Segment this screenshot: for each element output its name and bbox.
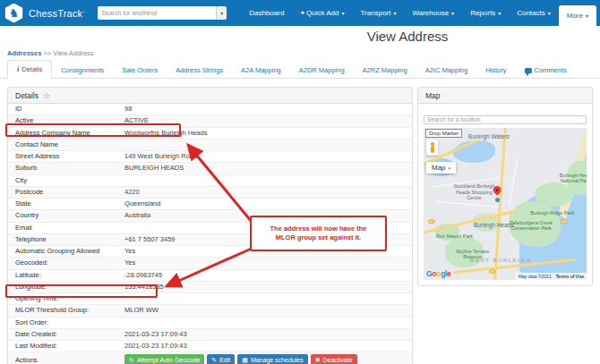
caret-down-icon: ▾ [498,10,501,16]
tab-bar: iDetailsConsignmentsSale OrdersAddress S… [0,59,600,79]
details-row-postcode: Postcode4220 [8,186,412,198]
row-label: MLOR Threshold Group: [8,305,117,317]
row-label: ID [8,104,117,115]
row-label: Country [8,210,117,222]
tab-label: Sale Orders [122,66,158,74]
manage-schedules-button[interactable]: ▦Manage schedules [237,354,307,364]
map-panel-body: Drop Marker Map▾ Burleigh WatersStocklan… [418,104,592,285]
tab-a2dr-mapping[interactable]: A2DR Mapping [290,62,354,79]
breadcrumb-link-addresses[interactable]: Addresses [7,49,41,57]
tab-address-strings[interactable]: Address Strings [167,62,232,79]
brand-suffix: · [82,8,85,16]
tab-a2ic-mapping[interactable]: A2IC Mapping [416,62,477,79]
button-label: Manage schedules [251,357,304,363]
map-search-input[interactable] [424,115,587,124]
nav-item-transport[interactable]: Transport▾ [353,0,405,26]
tab-label: A2DR Mapping [299,66,345,74]
terms-of-use-link[interactable]: Terms of Use [556,274,584,279]
nav-item-label: More [567,12,583,20]
tab-history[interactable]: History [476,62,515,79]
deactivate-button[interactable]: ✖Deactivate [311,354,357,364]
map-attribution: Map data ©2021 Terms of Use [516,273,587,280]
tab-label: A2IC Mapping [425,66,468,74]
row-label: Opening Time: [8,293,117,305]
edit-button[interactable]: ✎Edit [207,354,235,364]
row-value: BURLEIGH HEADS [117,163,412,174]
row-value: 4220 [117,186,412,198]
pegman-control[interactable] [426,140,438,156]
caret-down-icon: ▾ [220,11,223,16]
caret-down-icon: ▾ [451,10,454,16]
annotation-line-1: The address will now have the [252,224,385,233]
attempt-auto-geocode-button[interactable]: ↻Attempt Auto Geocode [124,354,204,364]
map-type-button[interactable]: Map▾ [426,162,456,174]
row-value: MLOR WW [117,305,412,317]
chesstrack-logo[interactable]: ♞ [4,4,23,23]
nav-item-label: Reports [470,9,495,17]
search-dropdown-button[interactable]: ▾ [216,6,227,20]
tab-label: A2RZ Mapping [363,66,407,74]
details-row-street-address: Street Address149 West Burleigh Road [8,151,412,163]
breadcrumb-separator: >> [43,49,51,57]
nav-item-warehouse[interactable]: Warehouse▾ [404,0,462,26]
details-row-mlor-threshold-group: MLOR Threshold Group:MLOR WW [8,305,412,317]
pegman-icon [430,142,434,153]
nav-item-dashboard[interactable]: Dashboard [241,0,292,26]
details-row-active: ActiveACTIVE [8,115,412,127]
caret-down-icon: ▾ [342,10,345,16]
tab-label: Address Strings [176,66,223,74]
nav-item-reports[interactable]: Reports▾ [462,0,509,26]
row-value [117,317,412,328]
geocode-icon: ↻ [129,357,134,363]
tab-label: Details [21,65,42,73]
top-navbar: ♞ ChessTrack· ▾ Dashboard+Quick Add▾Tran… [0,0,600,26]
global-search-input[interactable] [98,6,216,20]
row-label: Automatic Grouping Allowed [8,246,117,258]
tab-comments[interactable]: Comments [516,62,576,79]
tab-sale-orders[interactable]: Sale Orders [113,62,167,79]
caret-down-icon: ▾ [393,10,396,16]
nav-item-label: Quick Add [306,9,339,17]
details-row-actions: Actions↻Attempt Auto Geocode✎Edit▦Manage… [8,352,412,364]
row-label: Email [8,222,117,233]
row-value: 98 [117,104,412,115]
tab-details[interactable]: iDetails [7,60,52,79]
row-value: ACTIVE [117,115,412,127]
map-canvas[interactable]: Drop Marker Map▾ Burleigh WatersStocklan… [424,128,587,280]
drop-marker-button[interactable]: Drop Marker [425,129,462,138]
tab-consignments[interactable]: Consignments [52,62,113,79]
tab-label: History [485,66,506,74]
row-label: Active [8,115,117,127]
tab-a2a-mapping[interactable]: A2A Mapping [232,62,290,79]
details-row-sort-order: Sort Order: [8,317,412,328]
tab-a2rz-mapping[interactable]: A2RZ Mapping [354,62,416,79]
row-value: ↻Attempt Auto Geocode✎Edit▦Manage schedu… [117,352,412,364]
details-row-geocoded: Geocoded:Yes [8,258,412,269]
cross-icon: ✖ [315,357,321,363]
nav-item-quick-add[interactable]: +Quick Add▾ [292,0,352,26]
details-panel-header: Details ☆ [8,88,412,104]
google-logo: Google [426,269,451,278]
map-road-minor-2 [437,201,502,207]
nav-item-contacts[interactable]: Contacts▾ [509,0,559,26]
row-value: 2021-03-23 17:09:43 [117,328,412,340]
knight-icon: ♞ [9,6,20,20]
tab-label: Comments [535,66,567,74]
details-row-state: StateQueensland [8,199,412,210]
page-title: View Address [367,29,449,44]
row-label: Street Address [8,151,117,163]
nav-item-label: Dashboard [249,9,284,17]
route-shield-icon [561,219,568,224]
map-label-stockland-burleigh-heads: Stockland Burleigh Heads Shopping Centre [450,183,498,200]
row-value [117,139,412,150]
star-icon[interactable]: ☆ [43,91,50,100]
details-row-longitude: Longitude:153.4418335 [8,281,412,292]
brand-name: ChessTrack· [29,8,85,19]
nav-item-more[interactable]: More▾ [559,5,596,26]
button-label: Attempt Auto Geocode [137,357,200,363]
row-value: Woolworths Burleigh Heads [117,127,412,139]
nav-item-label: Contacts [517,9,545,17]
annotation-line-2: MLOR group set against it. [252,233,385,242]
row-value: Queensland [117,199,412,210]
annotation-callout: The address will now have the MLOR group… [250,216,387,251]
